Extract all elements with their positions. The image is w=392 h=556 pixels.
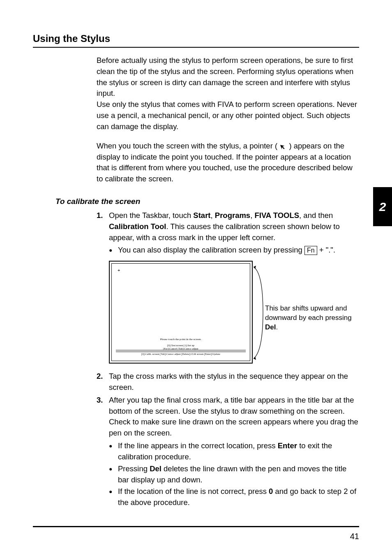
step1-text-e: , and then: [299, 211, 333, 220]
bullet-icon: ●: [109, 245, 118, 256]
callout-text: This bar shifts upward and downward by e…: [265, 304, 355, 364]
section-title: Using the Stylus: [33, 33, 359, 48]
step1-text-d: ,: [250, 211, 254, 220]
footer-rule: [33, 526, 359, 527]
step1-bold-fiva: FIVA TOOLS: [254, 211, 299, 220]
calibration-bar-text: [0]:Calib. screen [Tab]:Cursor adjust [D…: [116, 352, 246, 356]
step3-b1-enter: Enter: [278, 441, 297, 450]
intro-text-1a: Before actually using the stylus to perf…: [97, 56, 353, 97]
cross-mark-icon: +: [118, 268, 120, 273]
step1-bullet: ● You can also display the calibration s…: [109, 245, 359, 256]
step3-bullet-2: ● Pressing Del deletes the line drawn wi…: [109, 463, 359, 486]
calibration-prompt: Please touch the point in the screen.: [112, 338, 250, 341]
intro-text-1b: Use only the stylus that comes with FIVA…: [97, 100, 357, 131]
step-3: 3. After you tap the final cross mark, a…: [97, 395, 359, 509]
callout-del: Del: [265, 323, 276, 331]
calib-opts-l1: [0]:Test screen [1]:Set up: [167, 344, 194, 347]
callout-c: .: [276, 323, 278, 331]
chapter-tab: 2: [373, 187, 392, 226]
step3-b3-a: If the location of the line is not corre…: [118, 487, 269, 496]
step-3-number: 3.: [97, 395, 109, 509]
calibration-title-bar: [0]:Calib. screen [Tab]:Cursor adjust [D…: [116, 350, 246, 356]
step3-b2-del: Del: [150, 464, 161, 473]
step1-text-c: ,: [211, 211, 215, 220]
step-2: 2. Tap the cross marks with the stylus i…: [97, 371, 359, 393]
bullet-icon: ●: [109, 486, 118, 508]
calibration-options: [0]:Test screen [1]:Set up [Esc]:Cancel …: [112, 344, 250, 350]
intro-paragraph-1: Before actually using the stylus to perf…: [97, 55, 359, 132]
fn-key: Fn: [304, 246, 317, 255]
step1-bold-calib: Calibration Tool: [109, 222, 166, 231]
callout-arrow: [253, 261, 265, 364]
step3-b3-zero: 0: [269, 487, 273, 496]
intro-text-2a: When you touch the screen with the stylu…: [97, 141, 279, 150]
step1-bullet-a: You can also display the calibration scr…: [118, 246, 304, 254]
step3-bullet-3: ● If the location of the line is not cor…: [109, 486, 359, 508]
step1-bold-programs: Programs: [215, 211, 250, 220]
pointer-cursor-icon: [279, 143, 287, 150]
calibration-figure: + Please touch the point in the screen. …: [109, 261, 359, 364]
step-2-number: 2.: [97, 371, 109, 393]
step3-bullet-1: ● If the line appears in the correct loc…: [109, 440, 359, 463]
step2-text: Tap the cross marks with the stylus in t…: [109, 371, 359, 393]
calibration-screen: + Please touch the point in the screen. …: [109, 261, 253, 364]
intro-paragraph-2: When you touch the screen with the stylu…: [97, 141, 359, 185]
bullet-icon: ●: [109, 463, 118, 486]
step-1-number: 1.: [97, 210, 109, 257]
callout-a: This bar shifts upward and downward by e…: [265, 304, 352, 322]
calibration-inner-border: + Please touch the point in the screen. …: [111, 263, 250, 361]
step3-b2-a: Pressing: [118, 464, 150, 473]
step1-bold-start: Start: [193, 211, 210, 220]
step-1: 1. Open the Taskbar, touch Start, Progra…: [97, 210, 359, 257]
page-number: 41: [350, 532, 359, 541]
step3-text: After you tap the final cross mark, a ti…: [109, 396, 358, 437]
step1-text-a: Open the Taskbar, touch: [109, 211, 193, 220]
subheading-calibrate: To calibrate the screen: [55, 197, 359, 206]
step1-bullet-b: + ".".: [317, 246, 336, 254]
calib-opts-l2: [Esc]:Cancel [Tab]:Cursor adjust: [163, 347, 198, 350]
step3-b1-a: If the line appears in the correct locat…: [118, 441, 278, 450]
bullet-icon: ●: [109, 440, 118, 463]
